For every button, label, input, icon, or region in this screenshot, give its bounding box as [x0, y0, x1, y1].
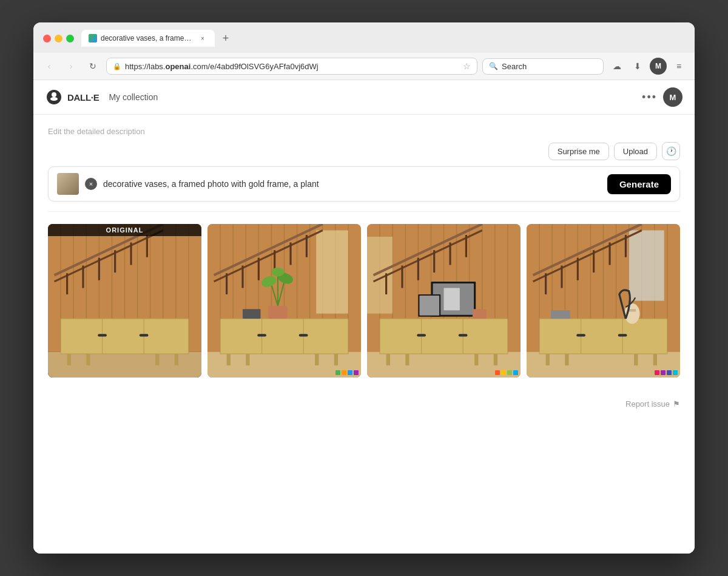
color-dot — [673, 370, 678, 375]
svg-rect-29 — [86, 354, 90, 365]
pocket-button[interactable]: ☁ — [608, 58, 625, 75]
image-grid: ORIGINAL — [48, 224, 680, 378]
svg-rect-103 — [494, 354, 497, 365]
prompt-toolbar: Surprise me Upload 🕐 — [48, 142, 680, 160]
image-card-original[interactable]: ORIGINAL — [48, 224, 201, 378]
image-card-gen2[interactable] — [367, 224, 521, 378]
active-tab[interactable]: decorative vases, a framed pho × — [81, 30, 215, 47]
upload-button[interactable]: Upload — [614, 143, 657, 160]
prompt-text-input[interactable] — [103, 179, 601, 189]
prompt-input-row: × Generate — [48, 166, 680, 202]
svg-rect-59 — [299, 334, 308, 336]
new-tab-button[interactable]: + — [217, 30, 234, 47]
download-button[interactable]: ⬇ — [629, 58, 646, 75]
gen3-image-scene — [527, 224, 680, 378]
color-dots-gen2 — [495, 370, 518, 375]
svg-rect-102 — [474, 354, 478, 365]
color-dot — [495, 370, 500, 375]
user-avatar[interactable]: M — [663, 87, 682, 107]
maximize-window-button[interactable] — [66, 35, 74, 42]
svg-rect-136 — [576, 334, 585, 336]
address-bar[interactable]: 🔒 https://labs.openai.com/e/4abd9fOlSVG6… — [106, 58, 477, 75]
report-issue-label: Report issue — [625, 399, 670, 408]
svg-rect-138 — [546, 354, 550, 365]
generate-button[interactable]: Generate — [607, 174, 671, 194]
color-dot — [655, 370, 659, 375]
history-button[interactable]: 🕐 — [662, 142, 680, 160]
gen2-image-scene — [367, 224, 521, 378]
svg-rect-64 — [243, 309, 261, 319]
url-domain: openai — [165, 62, 190, 71]
svg-rect-63 — [334, 354, 338, 365]
title-bar-top: decorative vases, a framed pho × + — [43, 30, 685, 47]
tab-title: decorative vases, a framed pho — [101, 34, 194, 42]
tab-close-button[interactable]: × — [198, 33, 207, 43]
remove-thumbnail-button[interactable]: × — [85, 178, 97, 190]
image-card-inner-gen3 — [527, 224, 680, 378]
color-dot — [335, 370, 340, 375]
svg-rect-141 — [653, 354, 657, 365]
prompt-thumbnail — [57, 173, 79, 195]
original-image-scene — [48, 224, 201, 378]
image-card-gen3[interactable] — [527, 224, 680, 378]
app-logo: DALL·E — [46, 89, 99, 106]
footer: Report issue ⚑ — [33, 390, 695, 418]
color-dot — [342, 370, 346, 375]
color-dot — [354, 370, 359, 375]
svg-rect-61 — [246, 354, 249, 365]
surprise-me-button[interactable]: Surprise me — [548, 143, 609, 160]
svg-rect-122 — [629, 231, 664, 301]
svg-rect-30 — [155, 354, 159, 365]
gen1-image-scene — [207, 224, 361, 378]
color-dots-gen3 — [655, 370, 678, 375]
svg-rect-100 — [386, 354, 390, 365]
close-window-button[interactable] — [43, 35, 51, 42]
svg-rect-65 — [268, 306, 288, 319]
original-badge: ORIGINAL — [48, 224, 201, 236]
search-bar[interactable]: 🔍 Search — [482, 58, 604, 75]
app-header-right: ••• M — [642, 87, 682, 107]
svg-rect-98 — [417, 334, 426, 336]
app-content: DALL·E My collection ••• M Edit the deta… — [33, 80, 695, 554]
color-dots-gen1 — [335, 370, 359, 375]
image-card-inner-original: ORIGINAL — [48, 224, 201, 378]
color-dot — [513, 370, 518, 375]
color-dot — [501, 370, 506, 375]
more-options-button[interactable]: ••• — [642, 91, 657, 104]
user-avatar-nav[interactable]: M — [650, 58, 667, 75]
app-header: DALL·E My collection ••• M — [33, 80, 695, 115]
image-card-inner-gen1 — [207, 224, 361, 378]
url-prefix: https://labs. — [125, 62, 165, 71]
browser-window: decorative vases, a framed pho × + ‹ › ↻… — [33, 22, 695, 554]
minimize-window-button[interactable] — [55, 35, 62, 42]
url-suffix: .com/e/4abd9fOlSVG6yAFfa0vj6dWj — [190, 62, 318, 71]
menu-button[interactable]: ≡ — [670, 58, 687, 75]
svg-rect-109 — [473, 309, 487, 319]
svg-rect-101 — [405, 354, 409, 365]
svg-rect-44 — [316, 231, 348, 314]
back-button[interactable]: ‹ — [41, 58, 58, 75]
bookmark-icon[interactable]: ☆ — [463, 61, 471, 71]
svg-rect-108 — [419, 296, 439, 316]
image-card-gen1[interactable] — [207, 224, 361, 378]
svg-rect-27 — [140, 334, 149, 336]
svg-rect-144 — [551, 310, 570, 319]
svg-rect-106 — [444, 288, 460, 310]
color-dot — [661, 370, 666, 375]
svg-rect-60 — [227, 354, 231, 365]
my-collection-link[interactable]: My collection — [109, 92, 158, 102]
prompt-area: Edit the detailed description Surprise m… — [48, 127, 680, 202]
svg-rect-58 — [257, 334, 266, 336]
nav-right-controls: ☁ ⬇ M ≡ — [608, 58, 687, 75]
url-display: https://labs.openai.com/e/4abd9fOlSVG6yA… — [125, 62, 459, 71]
traffic-lights — [43, 35, 74, 42]
svg-rect-26 — [98, 334, 107, 336]
report-issue-button[interactable]: Report issue ⚑ — [625, 399, 680, 408]
tab-favicon-icon — [89, 34, 97, 42]
search-icon: 🔍 — [489, 62, 498, 70]
svg-rect-132 — [539, 319, 667, 354]
flag-icon: ⚑ — [673, 399, 680, 408]
reload-button[interactable]: ↻ — [84, 58, 101, 75]
forward-button[interactable]: › — [62, 58, 79, 75]
prompt-hint: Edit the detailed description — [48, 127, 680, 136]
